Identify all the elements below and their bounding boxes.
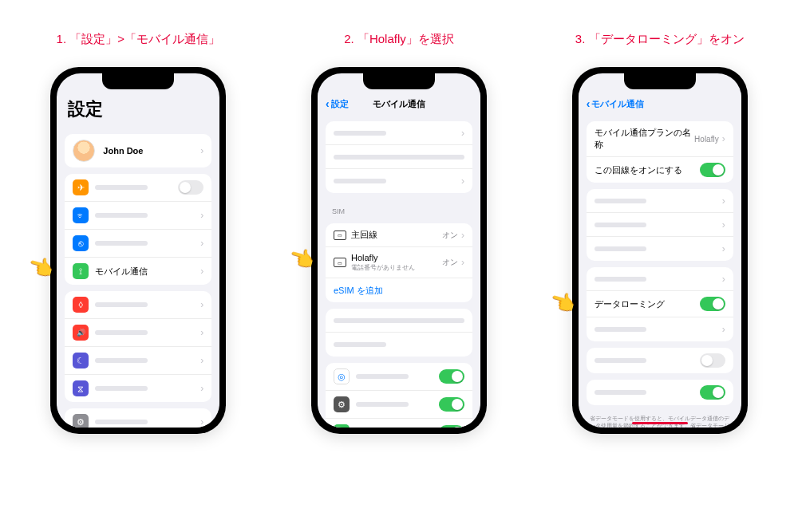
chevron-right-icon: ›: [722, 133, 725, 144]
data-roaming-label: データローミング: [595, 298, 700, 310]
placeholder: [95, 302, 148, 307]
placeholder: [95, 185, 148, 190]
cellular-icon: ⟟: [73, 263, 89, 279]
plan-name-row[interactable]: モバイル通信プランの名称 Holafly ›: [587, 121, 733, 157]
list-item[interactable]: [326, 333, 472, 357]
placeholder: [95, 241, 148, 246]
notif-group: ◊ › 🔊 › ☾ › ⧖: [65, 291, 211, 402]
list-item[interactable]: ›: [587, 267, 733, 291]
add-esim-row[interactable]: eSIM を追加: [326, 278, 472, 302]
g3a: › › ›: [587, 189, 733, 261]
placeholder: [595, 277, 647, 282]
footnote: 省データモードを使用すると、モバイルデータ通信のデータ使用量を節約することができ…: [579, 412, 741, 428]
chevron-right-icon: ›: [722, 219, 725, 231]
placeholder: [595, 390, 647, 395]
list-item[interactable]: [326, 145, 472, 169]
sounds-icon: 🔊: [73, 325, 89, 341]
roaming-toggle[interactable]: [700, 297, 725, 311]
chevron-right-icon: ›: [200, 266, 203, 277]
g3b: [587, 348, 733, 373]
sim-icon: ▭: [334, 258, 346, 267]
profile-row[interactable]: John Doe ›: [65, 134, 211, 167]
sim-holafly-row[interactable]: ▭ Holafly 電話番号がありません オン ›: [326, 247, 472, 278]
safari-icon: ◎: [334, 368, 350, 384]
sim-holafly-sub: 電話番号がありません: [351, 263, 442, 272]
turn-on-line-row[interactable]: この回線をオンにする: [587, 157, 733, 183]
focus-row[interactable]: ☾ ›: [65, 347, 211, 375]
steps-container: 1. 「設定」>「モバイル通信」 👉 設定 John Doe › ✈: [0, 0, 798, 434]
profile-group: John Doe ›: [65, 134, 211, 167]
plan-name-value: Holafly: [694, 135, 719, 144]
notifications-icon: ◊: [73, 297, 89, 313]
toggle[interactable]: [700, 385, 725, 400]
settings-icon: ⚙: [334, 396, 350, 412]
data-roaming-row[interactable]: データローミング: [587, 291, 733, 317]
g2a: › ›: [326, 121, 472, 193]
cellular-row[interactable]: ⟟ モバイル通信 ›: [65, 258, 211, 285]
back-button[interactable]: ‹設定: [326, 97, 349, 110]
chevron-right-icon: ›: [200, 327, 203, 338]
phone-2: 👉 ‹設定 モバイル通信 › › SIM ▭ 主回線 オン: [311, 67, 487, 434]
g2b: [326, 309, 472, 357]
app-toggle[interactable]: [439, 397, 464, 412]
list-item[interactable]: ›: [326, 121, 472, 145]
placeholder: [595, 358, 647, 363]
toggle[interactable]: [700, 353, 725, 368]
pointer-hand-icon: 👉: [287, 243, 318, 274]
chevron-right-icon: ›: [461, 128, 464, 139]
pointer-hand-icon: 👉: [26, 252, 57, 282]
add-esim-label: eSIM を追加: [334, 285, 383, 297]
list-item[interactable]: ›: [587, 317, 733, 341]
settings-title: 設定: [57, 93, 219, 128]
sim-primary-label: 主回線: [351, 229, 442, 241]
list-item[interactable]: [587, 380, 733, 405]
placeholder: [595, 327, 647, 332]
general-group: ⚙ › ⊟ › AA ›: [65, 408, 211, 428]
line-toggle[interactable]: [700, 163, 725, 177]
sim-icon: ▭: [334, 231, 346, 240]
placeholder: [334, 131, 386, 136]
phone-3: 👉 ‹モバイル通信 モバイル通信プランの名称 Holafly › この回線をオン…: [572, 67, 748, 434]
placeholder: [95, 358, 148, 363]
list-item[interactable]: ›: [326, 169, 472, 193]
placeholder: [595, 199, 647, 203]
navbar-2: ‹設定 モバイル通信: [318, 93, 480, 115]
screen-2: ‹設定 モバイル通信 › › SIM ▭ 主回線 オン ›: [318, 73, 480, 428]
app-row[interactable]: ◎: [326, 363, 472, 391]
wifi-row[interactable]: ᯤ ›: [65, 202, 211, 230]
app-toggle[interactable]: [439, 369, 464, 384]
home-indicator[interactable]: [632, 422, 688, 424]
turn-on-line-label: この回線をオンにする: [595, 164, 700, 176]
bluetooth-icon: ⎋: [73, 235, 89, 251]
airplane-row[interactable]: ✈: [65, 174, 211, 202]
chevron-right-icon: ›: [461, 175, 464, 187]
list-item[interactable]: [326, 309, 472, 333]
sim-holafly-label: Holafly: [351, 253, 442, 262]
app-row[interactable]: ⚙: [326, 391, 472, 419]
list-item[interactable]: ›: [587, 237, 733, 261]
list-item[interactable]: ›: [587, 189, 733, 213]
chevron-right-icon: ›: [722, 195, 725, 207]
g3c: [587, 380, 733, 405]
placeholder: [95, 386, 148, 391]
sim-primary-row[interactable]: ▭ 主回線 オン ›: [326, 223, 472, 247]
app-toggle[interactable]: [439, 425, 464, 428]
airplane-toggle[interactable]: [178, 180, 203, 195]
general-row[interactable]: ⚙ ›: [65, 408, 211, 428]
chevron-right-icon: ›: [200, 355, 203, 366]
bluetooth-row[interactable]: ⎋ ›: [65, 230, 211, 258]
step-2: 2. 「Holafly」を選択 👉 ‹設定 モバイル通信 › › SIM ▭: [277, 32, 522, 434]
navbar-3: ‹モバイル通信: [579, 93, 741, 115]
list-item[interactable]: [587, 348, 733, 373]
screentime-row[interactable]: ⧖ ›: [65, 375, 211, 402]
sounds-row[interactable]: 🔊 ›: [65, 319, 211, 347]
airplane-icon: ✈: [73, 179, 89, 195]
placeholder: [334, 179, 386, 183]
chevron-right-icon: ›: [461, 230, 464, 241]
notifications-row[interactable]: ◊ ›: [65, 291, 211, 319]
list-item[interactable]: ›: [587, 213, 733, 237]
chevron-left-icon: ‹: [587, 97, 591, 110]
step-1: 1. 「設定」>「モバイル通信」 👉 設定 John Doe › ✈: [16, 32, 261, 434]
back-button[interactable]: ‹モバイル通信: [587, 97, 645, 110]
app-row[interactable]: ▣: [326, 419, 472, 428]
